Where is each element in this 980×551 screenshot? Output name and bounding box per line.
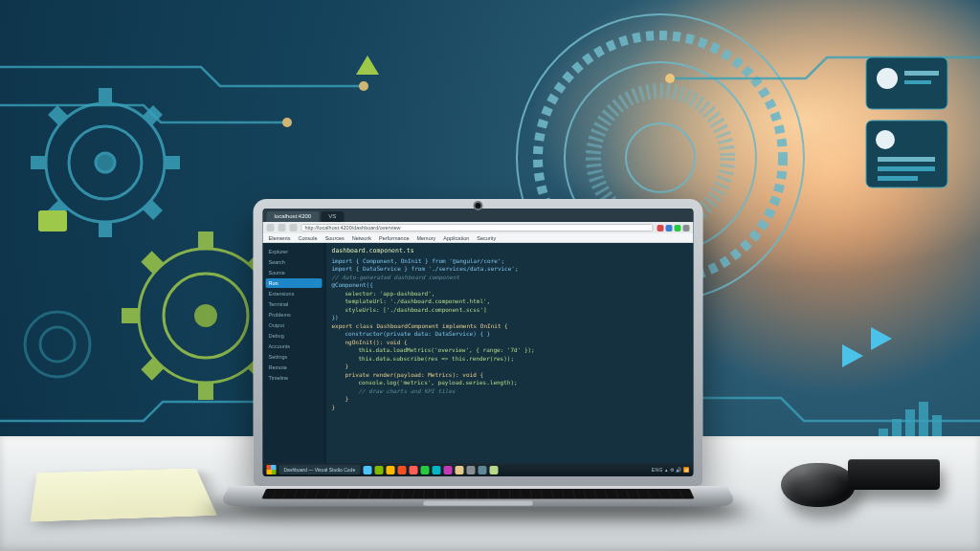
code-line: ngOnInit(): void { [332, 339, 688, 347]
code-line: this.data.loadMetrics('overview', { rang… [332, 346, 688, 355]
code-editor[interactable]: dashboard.component.ts import { Componen… [326, 243, 694, 463]
browser-tabstrip: localhost:4200 VS [263, 209, 694, 222]
taskbar-app-icon[interactable] [478, 466, 486, 474]
ext-icon[interactable] [657, 225, 664, 231]
browser-tab-1[interactable]: VS [321, 211, 344, 222]
open-file-name: dashboard.component.ts [332, 247, 688, 255]
code-line: styleUrls: ['./dashboard.component.scss'… [332, 306, 688, 315]
os-taskbar: Dashboard — Visual Studio Code ENG ▴ ⚙ 🔊… [263, 463, 694, 476]
sidebar-item[interactable]: Run [266, 278, 323, 288]
system-tray[interactable]: ENG ▴ ⚙ 🔊 📶 [652, 467, 690, 473]
code-line: // draw charts and KPI tiles [332, 387, 688, 396]
taskbar-app-icon[interactable] [443, 466, 452, 474]
svg-line-9 [147, 205, 158, 215]
svg-line-8 [53, 110, 63, 121]
taskbar-app-icon[interactable] [363, 466, 371, 474]
taskbar-app-icon[interactable] [466, 466, 475, 474]
reload-icon[interactable] [290, 224, 298, 231]
keyboard [261, 489, 694, 499]
menu-item[interactable]: Elements [269, 235, 291, 241]
ide-workspace: ExplorerSearchSourceRunExtensionsTermina… [263, 243, 694, 463]
devtools-menu: Elements Console Sources Network Perform… [263, 233, 694, 243]
code-line: this.data.subscribe(res => this.render(r… [332, 355, 688, 364]
code-line: private render(payload: Metrics): void { [332, 371, 688, 380]
svg-line-21 [146, 364, 158, 375]
back-icon[interactable] [267, 224, 275, 231]
code-line: } [332, 404, 688, 412]
ide-sidebar: ExplorerSearchSourceRunExtensionsTermina… [263, 243, 326, 463]
code-line: // Auto-generated dashboard component [332, 274, 688, 282]
sidebar-item[interactable]: Timeline [266, 373, 323, 383]
laptop-base [218, 486, 738, 507]
taskbar-app-icon[interactable] [386, 466, 394, 474]
svg-point-30 [359, 81, 368, 91]
browser-address-bar: http://localhost:4200/dashboard/overview [263, 222, 694, 233]
sidebar-item[interactable]: Remote [266, 363, 323, 372]
webcam-icon [476, 203, 481, 209]
svg-rect-43 [878, 176, 918, 181]
laptop: localhost:4200 VS http://localhost:4200/… [254, 199, 727, 528]
sidebar-item[interactable]: Settings [266, 352, 323, 362]
sidebar-item[interactable]: Accounts [266, 342, 323, 351]
sidebar-item[interactable]: Source [266, 268, 323, 277]
sidebar-item[interactable]: Output [266, 320, 323, 330]
laptop-lid: localhost:4200 VS http://localhost:4200/… [254, 199, 703, 486]
taskbar-app-icon[interactable] [489, 466, 498, 474]
start-icon[interactable] [267, 465, 277, 474]
browser-tab-0[interactable]: localhost:4200 [267, 211, 320, 222]
ext-icon[interactable] [675, 225, 681, 231]
taskbar-app-icon[interactable] [420, 466, 429, 474]
taskbar-app-icon[interactable] [397, 466, 406, 474]
svg-point-40 [876, 130, 895, 149]
svg-rect-42 [878, 166, 935, 171]
menu-item[interactable]: Security [477, 235, 496, 241]
ext-icon[interactable] [666, 225, 673, 231]
extension-icons [657, 225, 690, 231]
menu-icon[interactable] [683, 225, 690, 231]
code-line: templateUrl: './dashboard.component.html… [332, 298, 688, 306]
taskbar-app-label[interactable]: Dashboard — Visual Studio Code [279, 465, 361, 474]
menu-item[interactable]: Memory [416, 235, 435, 241]
taskbar-app-icon[interactable] [409, 466, 417, 474]
external-drive [848, 459, 940, 490]
forward-icon[interactable] [278, 224, 286, 231]
sidebar-item[interactable]: Terminal [266, 299, 323, 309]
sidebar-item[interactable]: Explorer [266, 247, 323, 256]
code-line: selector: 'app-dashboard', [332, 290, 688, 298]
code-line: export class DashboardComponent implemen… [332, 322, 688, 331]
code-line: constructor(private data: DataService) {… [332, 330, 688, 339]
sidebar-item[interactable]: Search [266, 257, 323, 267]
laptop-screen: localhost:4200 VS http://localhost:4200/… [263, 209, 694, 476]
sidebar-item[interactable]: Problems [266, 310, 323, 320]
svg-rect-41 [878, 157, 935, 162]
trackpad [423, 501, 533, 506]
code-line: import { Component, OnInit } from '@angu… [332, 257, 688, 266]
menu-item[interactable]: Sources [325, 235, 345, 241]
svg-line-19 [146, 256, 158, 268]
taskbar-pinned-apps [363, 466, 498, 474]
sidebar-item[interactable]: Extensions [266, 289, 323, 298]
svg-point-31 [282, 118, 292, 127]
svg-point-14 [194, 304, 217, 327]
taskbar-app-icon[interactable] [374, 466, 383, 474]
svg-rect-52 [38, 210, 67, 231]
svg-rect-38 [904, 80, 931, 84]
menu-item[interactable]: Console [298, 235, 317, 241]
svg-rect-37 [904, 71, 939, 76]
taskbar-app-icon[interactable] [432, 466, 440, 474]
code-line: import { DataService } from './services/… [332, 265, 688, 274]
svg-point-32 [665, 74, 675, 83]
wireless-mouse [781, 463, 856, 507]
sidebar-item[interactable]: Debug [266, 331, 323, 341]
code-line: }) [332, 314, 688, 322]
menu-item[interactable]: Network [352, 235, 371, 241]
paper-notebook [30, 469, 216, 522]
menu-item[interactable]: Performance [379, 235, 410, 241]
taskbar-app-icon[interactable] [455, 466, 463, 474]
svg-point-3 [96, 153, 115, 172]
url-input[interactable]: http://localhost:4200/dashboard/overview [301, 224, 654, 231]
code-line: } [332, 363, 688, 371]
svg-point-36 [877, 68, 898, 89]
menu-item[interactable]: Application [443, 235, 469, 241]
code-line: console.log('metrics', payload.series.le… [332, 379, 688, 387]
